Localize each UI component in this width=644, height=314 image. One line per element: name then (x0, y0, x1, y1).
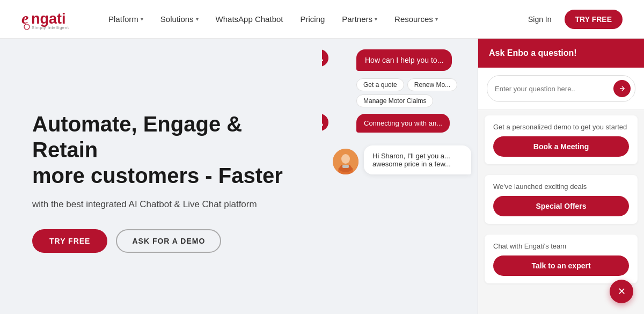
talk-to-expert-button[interactable]: Talk to an expert (493, 255, 629, 276)
close-button[interactable]: ✕ (610, 280, 633, 303)
nav-item-solutions[interactable]: Solutions ▾ (154, 10, 205, 28)
chevron-down-icon: ▾ (435, 16, 438, 22)
bot-bubble: How can I help you to... (356, 49, 452, 71)
navbar: e ngati Simply Intelligent Platform ▾ So… (0, 0, 644, 39)
panel-card-expert: Chat with Engati's team Talk to an exper… (485, 235, 638, 283)
try-free-button[interactable]: TRY FREE (32, 229, 107, 253)
bot-avatar-icon-2 (322, 114, 328, 131)
hero-subtitle: with the best integrated AI Chatbot & Li… (32, 199, 301, 210)
panel-card-booking-label: Get a personalized demo to get you start… (493, 123, 629, 131)
bot-avatar-icon (322, 49, 328, 67)
svg-text:Simply Intelligent: Simply Intelligent (32, 25, 69, 30)
logo[interactable]: e ngati Simply Intelligent (21, 9, 80, 30)
chevron-down-icon: ▾ (196, 16, 199, 22)
nav-item-whatsapp[interactable]: WhatsApp Chatbot (209, 10, 290, 28)
chevron-down-icon: ▾ (375, 16, 377, 22)
panel-card-expert-label: Chat with Engati's team (493, 242, 629, 250)
nav-item-partners[interactable]: Partners ▾ (335, 10, 384, 28)
chat-panel: Ask Enbo a question! Get a personalized … (478, 39, 644, 314)
connecting-bubble: Connecting you with an... (356, 114, 450, 133)
user-avatar (333, 149, 358, 174)
hero-section: Automate, Engage & Retain more customers… (0, 39, 322, 314)
user-bubble: Hi Sharon, I'll get you a... awesome pri… (364, 145, 471, 174)
signin-button[interactable]: Sign In (522, 11, 558, 28)
panel-card-booking: Get a personalized demo to get you start… (485, 115, 638, 164)
hero-buttons: TRY FREE ASK FOR A DEMO (32, 229, 301, 253)
ask-demo-button[interactable]: ASK FOR A DEMO (116, 229, 221, 253)
svg-text:ngati: ngati (31, 11, 66, 27)
panel-ask-row (478, 68, 644, 110)
ask-input[interactable] (495, 85, 609, 93)
nav-items: Platform ▾ Solutions ▾ WhatsApp Chatbot … (102, 10, 522, 28)
panel-header: Ask Enbo a question! (478, 39, 644, 68)
try-free-nav-button[interactable]: TRY FREE (565, 10, 623, 29)
hero-title: Automate, Engage & Retain more customers… (32, 111, 301, 188)
book-meeting-button[interactable]: Book a Meeting (493, 136, 629, 157)
ask-input-row (487, 75, 635, 102)
nav-item-pricing[interactable]: Pricing (294, 10, 331, 28)
nav-item-resources[interactable]: Resources ▾ (388, 10, 444, 28)
panel-card-offers-label: We've launched exciting deals (493, 182, 629, 191)
nav-actions: Sign In TRY FREE (522, 10, 623, 29)
svg-point-7 (341, 154, 350, 164)
chevron-down-icon: ▾ (141, 16, 143, 22)
panel-card-offers: We've launched exciting deals Special Of… (485, 175, 638, 224)
quick-reply-claims[interactable]: Manage Motor Claims (356, 94, 433, 107)
quick-reply-quote[interactable]: Get a quote (356, 78, 404, 91)
nav-item-platform[interactable]: Platform ▾ (102, 10, 150, 28)
svg-rect-9 (342, 165, 349, 168)
quick-reply-renew[interactable]: Renew Mo... (407, 78, 457, 91)
ask-submit-button[interactable] (613, 80, 631, 97)
hero-right: How can I help you to... Get a quote Ren… (322, 39, 644, 314)
special-offers-button[interactable]: Special Offers (493, 196, 629, 216)
main-content: Automate, Engage & Retain more customers… (0, 39, 644, 314)
